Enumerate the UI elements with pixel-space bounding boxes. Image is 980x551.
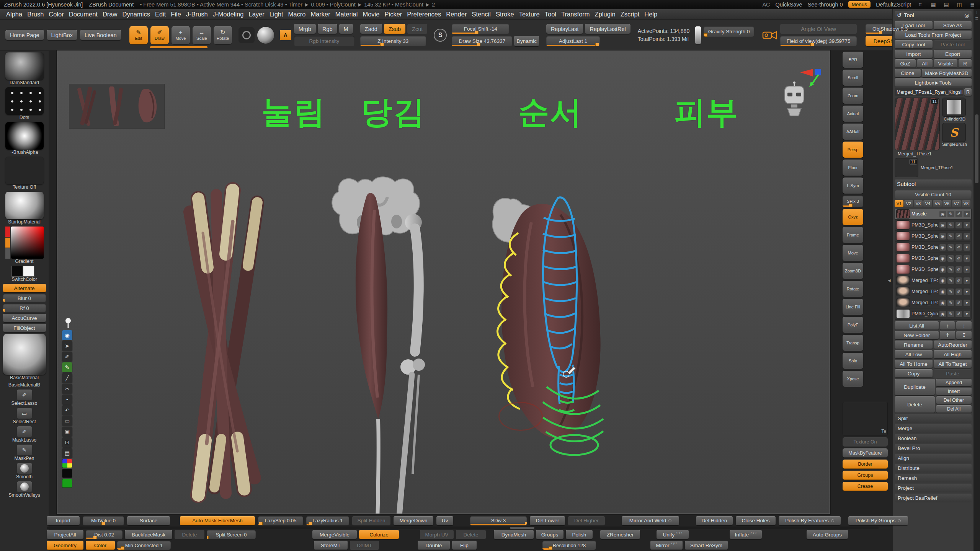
default-zscript-button[interactable]: DefaultZScript <box>876 2 911 8</box>
subtool-button-new-folder[interactable]: New Folder <box>895 331 939 339</box>
menu-item-document[interactable]: Document <box>69 11 98 18</box>
bottom-button-auto-mask-fibermesh[interactable]: Auto Mask FiberMesh <box>180 516 255 525</box>
eye-icon[interactable]: ◉ <box>939 266 946 273</box>
see-through-slider[interactable]: See-through 0 <box>808 2 843 8</box>
rightshelf-solo[interactable]: Solo <box>843 353 863 369</box>
menu-item-j-modeling[interactable]: J-Modeling <box>213 11 244 18</box>
eye-icon[interactable]: ◉ <box>939 300 946 306</box>
home-page-button[interactable]: Home Page <box>5 30 44 40</box>
list-icon[interactable]: ≣ <box>969 2 976 8</box>
pen-icon[interactable]: ✐ <box>956 244 962 251</box>
sidebar-item-blur-0[interactable]: Blur 0 <box>3 294 46 302</box>
subtool-button-x[interactable]: ↧ <box>956 331 972 339</box>
panel-collapse-arrow[interactable]: ◄ <box>887 278 892 283</box>
window-icon[interactable]: ◫ <box>956 2 963 8</box>
tool-button-import[interactable]: Import <box>895 50 933 58</box>
recent-tool-cylinder[interactable] <box>942 98 966 117</box>
menu-item-layer[interactable]: Layer <box>249 11 265 18</box>
more-icon[interactable]: ▾ <box>964 255 970 262</box>
sidebar-item-rf-0[interactable]: Rf 0 <box>3 304 46 312</box>
rightshelf-line-fill[interactable]: Line Fill <box>843 299 863 315</box>
sculptris-pro-icon[interactable]: S <box>434 29 447 42</box>
subtool-button-x[interactable]: ↥ <box>940 331 955 339</box>
lightbox-button[interactable]: LightBox <box>47 30 77 40</box>
bottom-button-groups[interactable]: Groups <box>536 530 564 539</box>
live-boolean-button[interactable]: Live Boolean <box>80 30 121 40</box>
tool-button-lightbox-tools[interactable]: Lightbox►Tools <box>895 78 972 87</box>
bottom-slider-split-screen-0[interactable]: Split Screen 0 <box>207 530 256 539</box>
rightshelf-actual[interactable]: Actual <box>843 106 863 122</box>
subtool-tab-v8[interactable]: V8 <box>962 200 970 207</box>
bottom-slider-min-connected-1[interactable]: Min Connected 1 <box>117 541 171 550</box>
menu-item-marker[interactable]: Marker <box>310 11 330 18</box>
eye-icon[interactable]: ◉ <box>939 311 946 317</box>
camera-icon[interactable]: ⊡ <box>62 437 72 447</box>
bottom-slider-sdiv-3[interactable]: SDiv 3 <box>470 516 527 525</box>
sidebar-item-fillobject[interactable]: FillObject <box>3 324 46 332</box>
monitor-icon[interactable]: ▦ <box>929 2 937 8</box>
visible-count-slider[interactable]: Visible Count 10 <box>895 190 972 199</box>
rightshelf-l-sym[interactable]: L.Sym <box>843 178 863 194</box>
more-icon[interactable]: ▾ <box>964 222 970 228</box>
bottom-button-double[interactable]: Double <box>418 541 450 550</box>
bottom-button-mirror[interactable]: Mirrorx y z <box>650 541 683 550</box>
menu-item-light[interactable]: Light <box>270 11 283 18</box>
subtool-item-pm3d-sphere3d3-1[interactable]: PM3D_Sphere3D3_1◉✎✐▾ <box>895 253 971 264</box>
rightshelf-zoom3d[interactable]: Zoom3D <box>843 263 863 279</box>
bottom-button-flip[interactable]: Flip <box>452 541 477 550</box>
section-boolean[interactable]: Boolean <box>895 434 972 443</box>
menu-item-texture[interactable]: Texture <box>519 11 540 18</box>
focal-shift-slider[interactable]: Focal Shift -14 <box>452 24 509 34</box>
rightshelf-rotate[interactable]: Rotate <box>843 281 863 297</box>
scroll-up-icon[interactable]: ↑ <box>976 10 978 15</box>
sidebar-item-selectrect[interactable]: ▭SelectRect <box>3 408 46 425</box>
palette-circle-icon[interactable]: ◎ <box>964 12 969 18</box>
menu-item-transform[interactable]: Transform <box>561 11 590 18</box>
sidebar-item-texture-off[interactable]: Texture Off <box>5 157 44 190</box>
section-distribute[interactable]: Distribute <box>895 464 972 473</box>
scissors-icon[interactable]: ✂ <box>62 384 72 394</box>
camera-icon[interactable] <box>762 29 777 41</box>
subtool-item-pm3d-sphere3d3[interactable]: PM3D_Sphere3D3◉✎✐▾ <box>895 264 971 275</box>
eye-icon[interactable]: ◉ <box>939 255 946 262</box>
eye-icon[interactable]: ◉ <box>939 289 946 295</box>
brush-icon[interactable]: ✎ <box>947 233 954 240</box>
sidebar-item-switchcolor[interactable]: SwitchColor <box>11 266 37 282</box>
sidebar-item-gradient[interactable]: Gradient <box>5 227 44 264</box>
pen-icon[interactable]: ✐ <box>956 255 962 262</box>
damstandard-thumbnail[interactable] <box>5 52 44 80</box>
subtool-tab-v7[interactable]: V7 <box>952 200 961 207</box>
brush-icon[interactable]: ✎ <box>947 266 954 273</box>
brush-icon[interactable]: ✎ <box>947 255 954 262</box>
sidebar-item-alternate[interactable]: Alternate <box>3 284 46 292</box>
trash-icon[interactable]: ▭ <box>62 416 72 426</box>
green-swatch[interactable] <box>62 479 72 488</box>
alpha-swatch[interactable]: A <box>280 30 291 40</box>
material-sphere-icon[interactable] <box>257 27 274 44</box>
pen-icon[interactable]: ✐ <box>956 277 962 284</box>
rightshelf-frame[interactable]: Frame <box>843 227 863 243</box>
tool-button-all[interactable]: All <box>917 59 933 68</box>
pen-icon[interactable]: ✐ <box>956 300 962 306</box>
tool-button-load-tools-from-project[interactable]: Load Tools From Project <box>895 31 972 39</box>
crease-button[interactable]: Crease <box>843 482 888 491</box>
subtool-item-merged-tpose1-ryan-kingslie[interactable]: Merged_TPose1_Ryan_Kingslie◉✎✐▾ <box>895 286 971 297</box>
subtool-tab-v4[interactable]: V4 <box>923 200 932 207</box>
gravity-strength-slider[interactable]: Gravity Strength 0 <box>704 26 754 37</box>
dot-icon[interactable]: • <box>62 395 72 404</box>
bottom-button-del-hidden[interactable]: Del Hidden <box>696 516 733 525</box>
eye-icon[interactable]: ◉ <box>939 244 946 251</box>
bottom-button-polish[interactable]: Polish <box>566 530 593 539</box>
recent-tool-simplebrush[interactable]: S <box>942 123 966 142</box>
more-icon[interactable]: ▾ <box>964 311 970 317</box>
adjust-last-slider[interactable]: AdjustLast 1 <box>546 36 600 46</box>
tool-r-button[interactable]: R <box>964 88 972 96</box>
sidebar-item-basicmaterial[interactable]: BasicMaterial <box>3 334 46 381</box>
eye-icon[interactable]: ◉ <box>939 277 946 284</box>
eye-icon[interactable]: ◉ <box>939 222 946 228</box>
startupmaterial-thumbnail[interactable] <box>5 192 44 219</box>
subtool-button-x[interactable]: ↑ <box>940 321 955 330</box>
bottom-button-auto-groups[interactable]: Auto Groups <box>807 530 848 539</box>
pen-icon[interactable]: ✐ <box>956 233 962 240</box>
brush-icon[interactable]: ✎ <box>947 277 954 284</box>
